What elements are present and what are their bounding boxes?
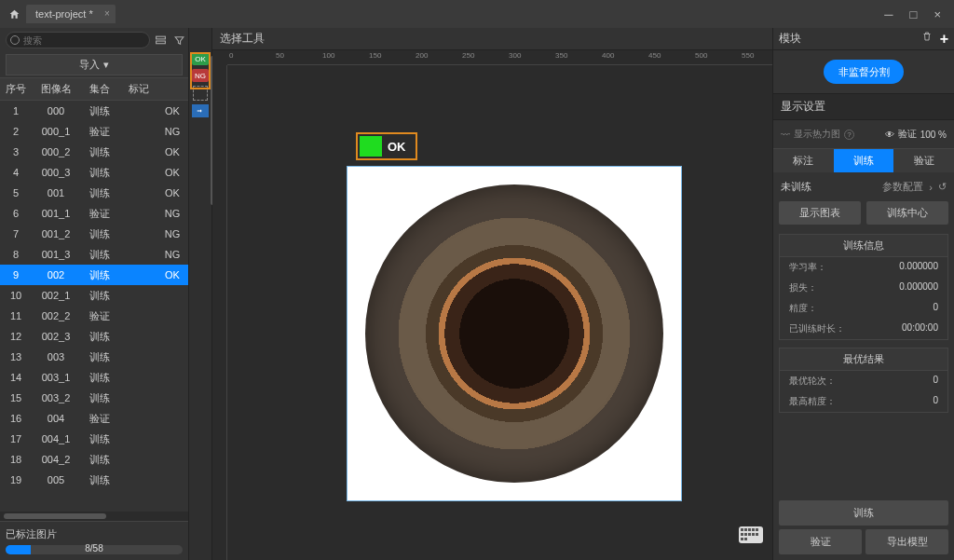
home-icon[interactable]	[7, 7, 20, 20]
table-row[interactable]: 2000_1验证NG	[0, 121, 188, 142]
lr-label: 学习率：	[789, 261, 826, 274]
best-epoch-label: 最优轮次：	[789, 375, 836, 388]
progress-label: 已标注图片	[6, 526, 183, 545]
import-label: 导入	[79, 58, 100, 72]
h-scrollbar[interactable]	[0, 512, 188, 521]
tab-annotate[interactable]: 标注	[773, 149, 834, 172]
module-pill[interactable]: 非监督分割	[824, 60, 904, 84]
table-row[interactable]: 11002_2验证	[0, 306, 188, 326]
col-res[interactable]	[158, 78, 186, 100]
table-row[interactable]: 13003训练	[0, 347, 188, 367]
mark-ng-button[interactable]: NG	[192, 69, 209, 82]
dur-value: 00:00:00	[902, 322, 938, 335]
best-epoch-value: 0	[933, 375, 938, 388]
image-preview[interactable]	[347, 166, 682, 501]
project-tab-label: text-project *	[35, 8, 93, 20]
ok-text: OK	[384, 140, 406, 154]
keyboard-icon[interactable]	[739, 526, 763, 543]
table-row[interactable]: 19005训练	[0, 470, 188, 490]
table-row[interactable]: 7001_2训练NG	[0, 224, 188, 244]
selection-tool[interactable]	[193, 86, 208, 101]
image-table[interactable]: 1000训练OK2000_1验证NG3000_2训练OK4000_3训练OK50…	[0, 101, 188, 512]
tab-validate[interactable]: 验证	[893, 149, 954, 172]
table-row[interactable]: 12002_3训练	[0, 326, 188, 347]
tool-strip: OK NG	[189, 28, 212, 560]
ruler-horizontal: 050100150200250300350400450500550	[227, 50, 772, 65]
add-icon[interactable]: +	[940, 31, 948, 48]
left-panel: 导入 ▾ 序号 图像名 集合 标记 1000训练OK2000_1验证NG3000…	[0, 28, 189, 560]
table-row[interactable]: 18004_2训练	[0, 449, 188, 470]
viewport[interactable]: OK	[227, 65, 772, 560]
acc-value: 0	[933, 302, 938, 315]
col-name[interactable]: 图像名	[32, 78, 80, 100]
filter-icon[interactable]	[172, 34, 185, 47]
view-icon[interactable]	[154, 34, 167, 47]
module-title: 模块	[779, 31, 801, 47]
maximize-button[interactable]: □	[910, 7, 918, 21]
table-header: 序号 图像名 集合 标记	[0, 77, 188, 101]
mark-ok-button[interactable]: OK	[192, 52, 209, 65]
table-row[interactable]: 17004_1训练	[0, 429, 188, 449]
svg-rect-0	[156, 36, 165, 39]
acc-label: 精度：	[789, 302, 817, 315]
train-status: 未训练	[781, 180, 811, 194]
train-info-title: 训练信息	[780, 235, 947, 257]
param-config-link[interactable]: 参数配置	[882, 180, 923, 194]
export-model-button[interactable]: 导出模型	[865, 529, 948, 554]
col-seq[interactable]: 序号	[0, 78, 32, 100]
loss-label: 损失：	[789, 281, 817, 294]
best-title: 最优结果	[780, 348, 947, 371]
progress-text: 8/58	[85, 543, 102, 553]
import-button[interactable]: 导入 ▾	[6, 54, 183, 75]
col-set[interactable]: 集合	[80, 78, 119, 100]
dur-label: 已训练时长：	[789, 322, 845, 335]
table-row[interactable]: 14003_1训练	[0, 367, 188, 388]
table-row[interactable]: 4000_3训练OK	[0, 162, 188, 183]
col-mark[interactable]: 标记	[119, 78, 158, 100]
svg-rect-1	[156, 41, 165, 44]
table-row[interactable]: 6001_1验证NG	[0, 203, 188, 224]
ok-label-highlight: OK	[356, 132, 417, 160]
train-center-button[interactable]: 训练中心	[866, 201, 948, 225]
show-chart-button[interactable]: 显示图表	[779, 201, 861, 225]
project-tab[interactable]: text-project * ×	[26, 5, 116, 23]
canvas-area: 选择工具 050100150200250300350400450500550 O…	[212, 28, 772, 560]
tab-train[interactable]: 训练	[834, 149, 894, 172]
table-row[interactable]: 5001训练OK	[0, 183, 188, 203]
chevron-right-icon: ›	[929, 182, 933, 193]
best-result-box: 最优结果 最优轮次：0 最高精度：0	[779, 348, 948, 413]
validate-pct: 100 %	[920, 130, 947, 140]
validate-button[interactable]: 验证	[779, 529, 862, 554]
titlebar: text-project * × ─ □ ×	[0, 0, 954, 28]
display-settings-title: 显示设置	[773, 93, 954, 120]
help-icon[interactable]: ?	[844, 130, 854, 140]
right-panel: 模块 + 非监督分割 显示设置 〰 显示热力图 ? 👁 验证 100 % 标注 …	[772, 28, 954, 560]
heatmap-label: 显示热力图	[794, 128, 840, 141]
best-acc-label: 最高精度：	[789, 395, 836, 408]
chevron-down-icon: ▾	[103, 59, 109, 71]
table-row[interactable]: 10002_1训练	[0, 285, 188, 306]
best-acc-value: 0	[933, 395, 938, 408]
bottle-image	[365, 184, 663, 483]
ok-color-swatch	[360, 136, 382, 157]
table-row[interactable]: 9002训练OK	[0, 265, 188, 285]
delete-icon[interactable]	[921, 31, 933, 48]
close-tab-icon[interactable]: ×	[104, 8, 110, 19]
canvas-header: 选择工具	[212, 28, 772, 50]
table-row[interactable]: 1000训练OK	[0, 101, 188, 121]
lr-value: 0.000000	[899, 261, 938, 274]
table-row[interactable]: 15003_2训练	[0, 388, 188, 408]
table-row[interactable]: 16004验证	[0, 408, 188, 429]
train-info-box: 训练信息 学习率：0.000000 损失：0.000000 精度：0 已训练时长…	[779, 234, 948, 340]
eye-icon[interactable]: 👁	[885, 130, 894, 140]
close-window-button[interactable]: ×	[934, 7, 941, 21]
minimize-button[interactable]: ─	[884, 7, 893, 21]
progress-bar: 8/58	[6, 545, 183, 554]
search-input[interactable]	[6, 32, 150, 48]
arrow-tool[interactable]	[192, 104, 209, 117]
ruler-vertical	[212, 65, 227, 560]
table-row[interactable]: 3000_2训练OK	[0, 142, 188, 162]
reset-icon[interactable]: ↺	[938, 181, 947, 193]
train-button[interactable]: 训练	[779, 500, 948, 526]
table-row[interactable]: 8001_3训练NG	[0, 244, 188, 265]
